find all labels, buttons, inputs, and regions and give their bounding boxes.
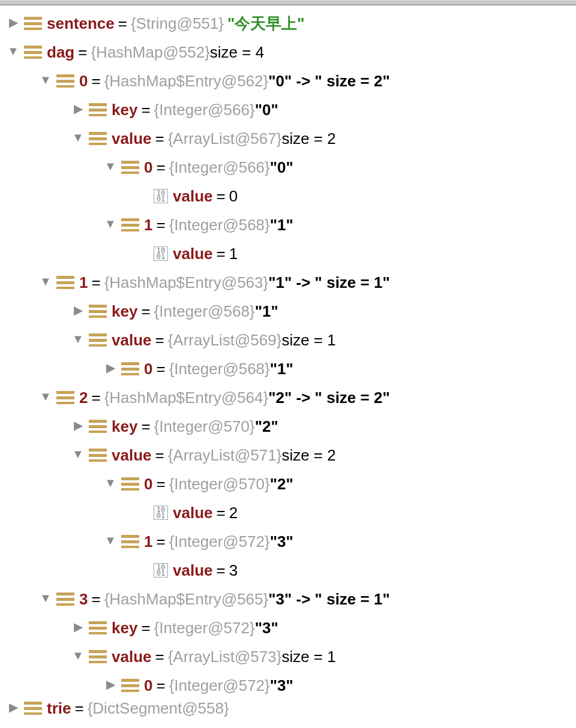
tree-row[interactable]: 0 = {Integer@570} "2" xyxy=(0,470,576,498)
tree-row[interactable]: value = {ArrayList@567} size = 2 xyxy=(0,124,576,153)
node-name: value xyxy=(173,561,213,580)
tree-row[interactable]: value = 2 xyxy=(0,498,576,527)
tree-row[interactable]: value = 1 xyxy=(0,239,576,268)
node-type: {ArrayList@567} xyxy=(168,130,282,148)
node-value: "3" -> " size = 1" xyxy=(268,590,390,609)
node-value: "3" xyxy=(270,533,293,551)
expand-arrow-icon[interactable] xyxy=(71,131,85,145)
node-value: "1" xyxy=(270,360,293,378)
binary-value-icon xyxy=(154,506,168,520)
node-index: 1 xyxy=(79,273,88,292)
expand-arrow-icon[interactable] xyxy=(103,534,118,547)
node-value: "1" -> " size = 1" xyxy=(268,273,390,292)
tree-row[interactable]: key = {Integer@568} "1" xyxy=(0,297,576,326)
tree-row[interactable]: value = 0 xyxy=(0,182,576,210)
field-icon xyxy=(24,702,42,715)
node-value: "1" xyxy=(270,216,293,234)
equals-sign: = xyxy=(91,590,100,609)
expand-arrow-icon[interactable] xyxy=(103,160,118,173)
tree-row[interactable]: 0 = {HashMap$Entry@562} "0" -> " size = … xyxy=(0,67,576,95)
field-icon xyxy=(89,305,107,318)
tree-row[interactable]: 1 = {HashMap$Entry@563} "1" -> " size = … xyxy=(0,268,576,297)
expand-arrow-icon[interactable] xyxy=(71,101,85,116)
node-value: size = 2 xyxy=(281,446,335,465)
field-icon xyxy=(89,420,107,433)
tree-row[interactable]: key = {Integer@566} "0" xyxy=(0,95,576,124)
node-name: value xyxy=(112,446,152,465)
tree-row[interactable]: dag = {HashMap@552} size = 4 xyxy=(0,38,576,67)
tree-row[interactable]: key = {Integer@570} "2" xyxy=(0,412,576,441)
tree-row[interactable]: value = 3 xyxy=(0,556,576,585)
tree-row[interactable]: 0 = {Integer@568} "1" xyxy=(0,354,576,383)
tree-row[interactable]: 0 = {Integer@566} "0" xyxy=(0,153,576,182)
node-type: {HashMap$Entry@562} xyxy=(104,72,269,91)
expand-arrow-icon[interactable] xyxy=(103,360,118,375)
node-type: {Integer@566} xyxy=(169,158,270,177)
tree-row[interactable]: 1 = {Integer@572} "3" xyxy=(0,527,576,556)
expand-arrow-icon[interactable] xyxy=(38,275,53,288)
node-type: {Integer@568} xyxy=(154,302,255,321)
expand-arrow-icon[interactable] xyxy=(71,649,85,663)
equals-sign: = xyxy=(91,389,100,407)
equals-sign: = xyxy=(156,533,165,551)
expand-arrow-icon[interactable] xyxy=(103,217,118,231)
expand-arrow-icon[interactable] xyxy=(103,677,118,691)
equals-sign: = xyxy=(91,72,100,91)
equals-sign: = xyxy=(155,446,164,465)
field-icon xyxy=(121,218,139,231)
tree-row[interactable]: 3 = {HashMap$Entry@565} "3" -> " size = … xyxy=(0,585,576,613)
tree-row[interactable]: 0 = {Integer@572} "3" xyxy=(0,671,576,700)
tree-row[interactable]: value = {ArrayList@573} size = 1 xyxy=(0,642,576,671)
equals-sign: = xyxy=(118,14,127,33)
expand-arrow-icon[interactable] xyxy=(6,15,20,29)
field-icon xyxy=(56,391,74,404)
node-string-value: "今天早上" xyxy=(227,13,305,34)
expand-arrow-icon[interactable] xyxy=(71,619,85,634)
field-icon xyxy=(89,650,107,663)
node-value: size = 1 xyxy=(281,331,335,350)
node-type: {String@551} xyxy=(131,14,224,33)
equals-sign: = xyxy=(217,245,226,263)
tree-row[interactable]: sentence = {String@551} "今天早上" xyxy=(0,9,576,38)
node-type: {Integer@570} xyxy=(154,417,255,436)
expand-arrow-icon[interactable] xyxy=(38,591,53,605)
field-icon xyxy=(121,362,139,375)
expand-arrow-icon[interactable] xyxy=(6,700,20,714)
equals-sign: = xyxy=(91,273,100,292)
node-name: value xyxy=(173,504,213,522)
node-index: 2 xyxy=(79,389,88,407)
equals-sign: = xyxy=(141,417,150,436)
expand-arrow-icon[interactable] xyxy=(71,447,85,461)
tree-row[interactable]: 1 = {Integer@568} "1" xyxy=(0,210,576,239)
node-name: key xyxy=(112,302,137,321)
binary-value-icon xyxy=(154,246,168,261)
equals-sign: = xyxy=(155,331,164,350)
expand-arrow-icon[interactable] xyxy=(71,303,85,317)
field-icon xyxy=(121,535,139,548)
expand-arrow-icon[interactable] xyxy=(38,390,53,404)
node-value: "0" xyxy=(270,158,293,177)
node-value: 0 xyxy=(229,187,238,206)
tree-row[interactable]: key = {Integer@572} "3" xyxy=(0,613,576,642)
node-name: key xyxy=(112,101,137,119)
node-value: size = 1 xyxy=(281,648,335,666)
node-type: {Integer@568} xyxy=(169,360,270,378)
node-type: {Integer@566} xyxy=(154,101,255,119)
expand-arrow-icon[interactable] xyxy=(38,73,53,87)
field-icon xyxy=(89,449,107,462)
node-index: 0 xyxy=(144,360,152,378)
expand-arrow-icon[interactable] xyxy=(71,332,85,346)
node-index: 1 xyxy=(144,216,152,234)
node-value: "0" xyxy=(255,101,278,119)
expand-arrow-icon[interactable] xyxy=(103,476,118,490)
equals-sign: = xyxy=(156,475,165,494)
field-icon xyxy=(56,592,74,606)
node-name: value xyxy=(173,245,213,263)
tree-row[interactable]: 2 = {HashMap$Entry@564} "2" -> " size = … xyxy=(0,383,576,412)
expand-arrow-icon[interactable] xyxy=(6,44,20,58)
tree-row[interactable]: value = {ArrayList@569} size = 1 xyxy=(0,326,576,354)
equals-sign: = xyxy=(74,700,83,717)
expand-arrow-icon[interactable] xyxy=(71,418,85,432)
tree-row[interactable]: value = {ArrayList@571} size = 2 xyxy=(0,441,576,470)
tree-row[interactable]: trie = {DictSegment@558} xyxy=(0,700,576,717)
